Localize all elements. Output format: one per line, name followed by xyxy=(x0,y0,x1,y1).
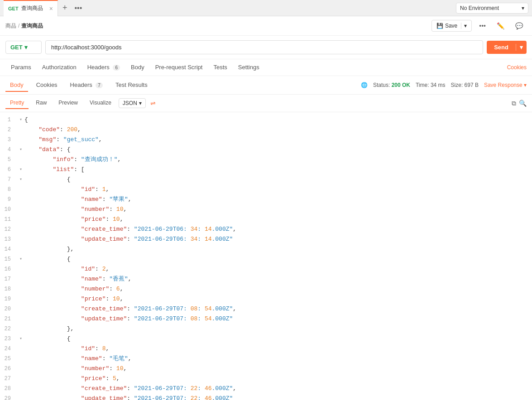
collapse-button[interactable]: ▾ xyxy=(18,145,24,155)
save-chevron-icon[interactable]: ▾ xyxy=(461,23,467,29)
json-content: "msg": "get_succ", xyxy=(24,135,527,145)
json-line: 16 "id": 2, xyxy=(0,264,532,274)
json-content: "number": 10, xyxy=(24,364,527,374)
json-line: 24 "id": 8, xyxy=(0,344,532,354)
comment-icon[interactable]: 💬 xyxy=(512,20,527,32)
json-content: "name": "苹果", xyxy=(24,195,527,205)
tab-title: 查询商品 xyxy=(21,5,43,12)
save-label: Save xyxy=(445,23,457,29)
json-line: 28 "create_time": "2021-06-29T07: 22: 46… xyxy=(0,384,532,394)
add-tab-button[interactable]: + xyxy=(58,3,72,13)
json-line: 20 "create_time": "2021-06-29T07: 08: 54… xyxy=(0,304,532,314)
json-line: 8 "id": 1, xyxy=(0,185,532,195)
collapse-button[interactable]: ▾ xyxy=(18,115,24,125)
json-viewer[interactable]: 1▾{2 "code": 200,3 "msg": "get_succ",4▾ … xyxy=(0,112,532,400)
filter-icon[interactable]: ⇌ xyxy=(150,100,156,107)
resp-tab-body[interactable]: Body xyxy=(5,79,28,92)
json-line: 11 "price": 10, xyxy=(0,214,532,224)
json-line: 2 "code": 200, xyxy=(0,125,532,135)
fmt-raw[interactable]: Raw xyxy=(31,97,51,109)
resp-tab-headers[interactable]: Headers 7 xyxy=(66,79,107,92)
headers-badge: 6 xyxy=(113,65,120,71)
format-type-select[interactable]: JSON ▾ xyxy=(119,98,146,108)
main-content: 商品 / 查询商品 💾 Save ▾ ••• ✏️ 💬 GET ▾ Send ▾… xyxy=(0,16,532,400)
breadcrumb-parent: 商品 xyxy=(5,22,16,30)
search-icon[interactable]: 🔍 xyxy=(519,100,527,107)
tab-headers[interactable]: Headers 6 xyxy=(82,59,125,76)
json-line: 7▾ { xyxy=(0,175,532,185)
collapse-button[interactable]: ▾ xyxy=(18,165,24,175)
json-content: "update_time": "2021-06-29T06: 34: 14.00… xyxy=(24,234,527,244)
json-line: 23▾ { xyxy=(0,334,532,344)
tab-bar: GET 查询商品 × + ••• No Environment ▾ xyxy=(0,0,532,16)
more-tabs-button[interactable]: ••• xyxy=(72,4,85,12)
resp-tab-cookies[interactable]: Cookies xyxy=(32,79,62,92)
request-tab[interactable]: GET 查询商品 × xyxy=(4,0,58,16)
tab-params[interactable]: Params xyxy=(5,59,37,76)
resp-tab-test-results[interactable]: Test Results xyxy=(111,79,152,92)
tab-authorization[interactable]: Authorization xyxy=(37,59,82,76)
json-content: "price": 10, xyxy=(24,294,527,304)
json-line: 26 "number": 10, xyxy=(0,364,532,374)
method-label: GET xyxy=(10,44,23,51)
json-content: }, xyxy=(24,324,527,334)
response-section: Body Cookies Headers 7 Test Results 🌐 St… xyxy=(0,76,532,400)
collapse-button[interactable]: ▾ xyxy=(18,175,24,185)
json-line: 5 "info": "查询成功！", xyxy=(0,155,532,165)
json-content: "price": 10, xyxy=(24,214,527,224)
json-content: "create_time": "2021-06-29T07: 08: 54.00… xyxy=(24,304,527,314)
send-label: Send xyxy=(487,44,516,51)
more-options-button[interactable]: ••• xyxy=(475,20,489,32)
format-type-label: JSON xyxy=(123,100,137,106)
json-content: "number": 10, xyxy=(24,205,527,214)
send-chevron-icon[interactable]: ▾ xyxy=(516,44,527,51)
fmt-preview[interactable]: Preview xyxy=(54,97,82,109)
json-line: 10 "number": 10, xyxy=(0,205,532,214)
size-label: Size: 697 B xyxy=(451,82,479,88)
json-line: 17 "name": "香蕉", xyxy=(0,274,532,284)
json-line: 21 "update_time": "2021-06-29T07: 08: 54… xyxy=(0,314,532,324)
json-content: "id": 8, xyxy=(24,344,527,354)
json-content: "id": 2, xyxy=(24,264,527,274)
tab-tests[interactable]: Tests xyxy=(208,59,232,76)
size-value: 697 B xyxy=(465,82,479,88)
json-line: 3 "msg": "get_succ", xyxy=(0,135,532,145)
format-chevron-icon: ▾ xyxy=(139,100,142,106)
globe-icon: 🌐 xyxy=(361,82,368,88)
env-chevron-icon: ▾ xyxy=(522,5,524,11)
collapse-button[interactable]: ▾ xyxy=(18,254,24,264)
resp-headers-badge: 7 xyxy=(96,82,103,88)
json-content: }, xyxy=(24,244,527,254)
json-line: 18 "number": 6, xyxy=(0,284,532,294)
json-content: "create_time": "2021-06-29T07: 22: 46.00… xyxy=(24,384,527,394)
json-line: 9 "name": "苹果", xyxy=(0,195,532,205)
json-content: "code": 200, xyxy=(24,125,527,135)
url-input[interactable] xyxy=(45,40,483,54)
close-tab-button[interactable]: × xyxy=(49,5,53,12)
tab-pre-request[interactable]: Pre-request Script xyxy=(150,59,208,76)
environment-selector[interactable]: No Environment ▾ xyxy=(456,3,528,14)
fmt-pretty[interactable]: Pretty xyxy=(5,97,29,109)
json-content: { xyxy=(24,334,527,344)
fmt-visualize[interactable]: Visualize xyxy=(85,97,116,109)
send-button[interactable]: Send ▾ xyxy=(487,41,527,54)
save-icon: 💾 xyxy=(436,23,443,29)
json-line: 22 }, xyxy=(0,324,532,334)
json-content: { xyxy=(24,254,527,264)
json-content: "update_time": "2021-06-29T07: 08: 54.00… xyxy=(24,314,527,324)
edit-icon[interactable]: ✏️ xyxy=(493,20,508,32)
header-actions: 💾 Save ▾ ••• ✏️ 💬 xyxy=(431,20,527,32)
tab-settings[interactable]: Settings xyxy=(233,59,265,76)
save-response-button[interactable]: Save Response ▾ xyxy=(484,82,527,88)
save-button[interactable]: 💾 Save ▾ xyxy=(431,20,472,32)
copy-icon[interactable]: ⧉ xyxy=(512,100,516,107)
cookies-link[interactable]: Cookies xyxy=(507,64,527,71)
status-code: 200 OK xyxy=(392,82,410,88)
status-label: Status: 200 OK xyxy=(373,82,410,88)
method-select[interactable]: GET ▾ xyxy=(5,41,42,54)
url-bar: GET ▾ Send ▾ xyxy=(0,36,532,59)
json-line: 27 "price": 5, xyxy=(0,374,532,384)
collapse-button[interactable]: ▾ xyxy=(18,334,24,344)
json-line: 19 "price": 10, xyxy=(0,294,532,304)
tab-body[interactable]: Body xyxy=(125,59,150,76)
